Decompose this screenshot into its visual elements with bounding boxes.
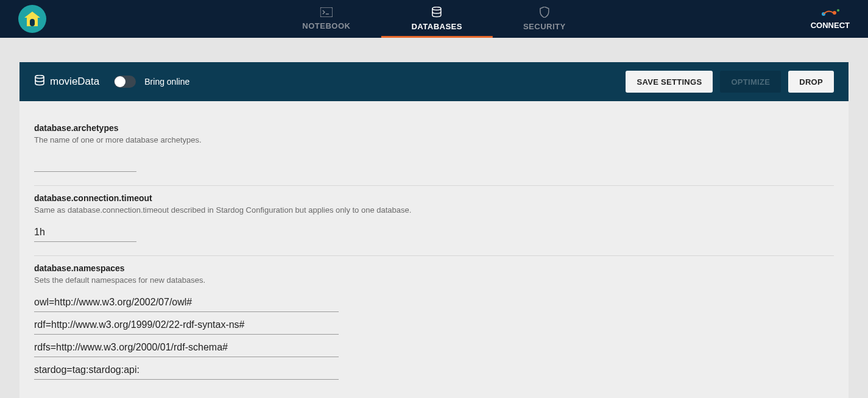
panel-header: movieData Bring online SAVE SETTINGS OPT… bbox=[19, 62, 849, 101]
tab-notebook[interactable]: NOTEBOOK bbox=[272, 0, 381, 38]
shield-icon bbox=[540, 7, 549, 20]
setting-timeout: database.connection.timeout Same as data… bbox=[34, 186, 834, 256]
database-name: movieData bbox=[50, 76, 99, 88]
drop-button[interactable]: DROP bbox=[788, 71, 834, 93]
setting-archetypes: database.archetypes The name of one or m… bbox=[34, 116, 834, 186]
tab-databases[interactable]: DATABASES bbox=[381, 0, 492, 38]
setting-desc: The name of one or more database archety… bbox=[34, 135, 834, 144]
svg-point-7 bbox=[837, 9, 839, 12]
database-title: movieData bbox=[34, 75, 99, 89]
svg-point-4 bbox=[432, 7, 441, 10]
database-panel: movieData Bring online SAVE SETTINGS OPT… bbox=[19, 62, 849, 398]
tab-label: NOTEBOOK bbox=[302, 21, 350, 30]
panel-body: database.archetypes The name of one or m… bbox=[19, 101, 849, 398]
database-icon bbox=[34, 75, 45, 89]
toggle-knob bbox=[115, 76, 125, 87]
setting-name: database.connection.timeout bbox=[34, 193, 834, 203]
online-toggle[interactable] bbox=[114, 76, 136, 88]
svg-point-6 bbox=[833, 11, 836, 15]
setting-namespaces: database.namespaces Sets the default nam… bbox=[34, 256, 834, 397]
archetypes-input[interactable] bbox=[34, 153, 136, 172]
database-icon bbox=[431, 7, 442, 20]
namespace-list bbox=[34, 293, 834, 383]
setting-name: database.archetypes bbox=[34, 123, 834, 133]
namespace-input[interactable] bbox=[34, 293, 339, 312]
svg-rect-1 bbox=[30, 19, 35, 26]
namespace-input[interactable] bbox=[34, 361, 339, 380]
setting-desc: Same as database.connection.timeout desc… bbox=[34, 205, 834, 215]
nav-tabs: NOTEBOOK DATABASES SECURITY bbox=[272, 0, 596, 38]
terminal-icon bbox=[320, 7, 333, 19]
header-actions: SAVE SETTINGS OPTIMIZE DROP bbox=[626, 71, 834, 93]
top-nav: NOTEBOOK DATABASES SECURITY CONNECT bbox=[0, 0, 868, 38]
connect-button[interactable]: CONNECT bbox=[811, 8, 850, 30]
save-settings-button[interactable]: SAVE SETTINGS bbox=[626, 71, 713, 93]
page-content: movieData Bring online SAVE SETTINGS OPT… bbox=[0, 38, 868, 398]
app-logo[interactable] bbox=[18, 5, 46, 33]
tab-label: SECURITY bbox=[523, 22, 566, 31]
optimize-button: OPTIMIZE bbox=[720, 71, 781, 93]
namespace-input[interactable] bbox=[34, 316, 339, 335]
setting-desc: Sets the default namespaces for new data… bbox=[34, 275, 834, 285]
doghouse-icon bbox=[24, 12, 40, 26]
tab-security[interactable]: SECURITY bbox=[493, 0, 596, 38]
timeout-input[interactable] bbox=[34, 223, 136, 242]
svg-point-8 bbox=[35, 75, 44, 78]
connect-icon bbox=[820, 8, 841, 20]
toggle-label: Bring online bbox=[144, 77, 189, 87]
setting-name: database.namespaces bbox=[34, 263, 834, 273]
online-toggle-wrap: Bring online bbox=[114, 76, 189, 88]
namespace-input[interactable] bbox=[34, 338, 339, 357]
tab-label: DATABASES bbox=[411, 22, 462, 31]
connect-label: CONNECT bbox=[811, 21, 850, 30]
svg-rect-2 bbox=[320, 7, 333, 17]
